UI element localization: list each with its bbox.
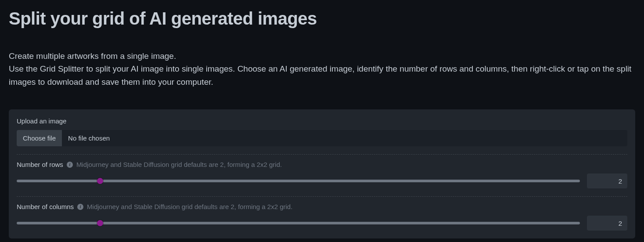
rows-slider-row: 2	[17, 173, 627, 188]
intro-text: Create multiple artworks from a single i…	[9, 50, 635, 88]
info-icon[interactable]: i	[67, 162, 73, 168]
cols-slider[interactable]	[17, 222, 580, 224]
rows-label: Number of rows	[17, 161, 63, 168]
rows-slider-thumb[interactable]	[97, 178, 103, 184]
divider	[17, 196, 627, 197]
file-input-row: Choose file No file chosen	[17, 130, 627, 146]
upload-section: Upload an image Choose file No file chos…	[17, 117, 627, 146]
cols-label: Number of columns	[17, 203, 74, 210]
intro-line-2: Use the Grid Splitter to split your AI i…	[9, 64, 631, 86]
cols-hint: Midjourney and Stable Diffusion grid def…	[87, 203, 292, 210]
cols-slider-row: 2	[17, 216, 627, 231]
rows-value-input[interactable]: 2	[587, 173, 627, 188]
file-chosen-status: No file chosen	[62, 130, 627, 146]
page-title: Split your grid of AI generated images	[9, 9, 635, 29]
rows-header: Number of rows i Midjourney and Stable D…	[17, 161, 627, 168]
rows-slider[interactable]	[17, 180, 580, 182]
intro-line-1: Create multiple artworks from a single i…	[9, 51, 176, 61]
cols-section: Number of columns i Midjourney and Stabl…	[17, 203, 627, 231]
choose-file-button[interactable]: Choose file	[17, 130, 62, 146]
rows-section: Number of rows i Midjourney and Stable D…	[17, 161, 627, 188]
rows-hint: Midjourney and Stable Diffusion grid def…	[76, 161, 282, 168]
info-icon[interactable]: i	[77, 204, 83, 210]
cols-slider-thumb[interactable]	[97, 220, 103, 226]
cols-value-input[interactable]: 2	[587, 216, 627, 231]
controls-panel: Upload an image Choose file No file chos…	[9, 109, 635, 238]
upload-label: Upload an image	[17, 117, 627, 125]
divider	[17, 154, 627, 155]
cols-header: Number of columns i Midjourney and Stabl…	[17, 203, 627, 210]
